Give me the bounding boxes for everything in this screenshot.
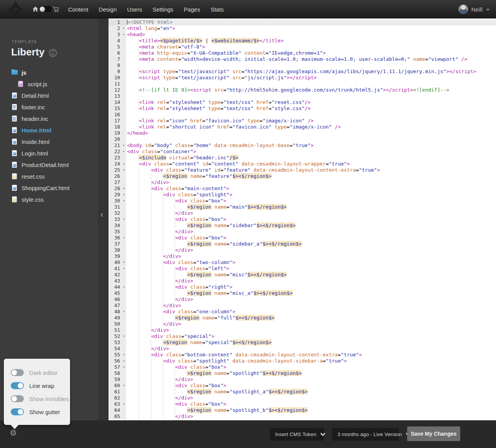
code-line[interactable]: 50 </div>: [109, 321, 496, 327]
file-item-inside-html[interactable]: Inside.html: [0, 136, 98, 147]
code-line[interactable]: 3▾<head>: [109, 32, 496, 38]
file-item-detail-html[interactable]: Detail.html: [0, 90, 98, 101]
fold-arrow-icon[interactable]: ▾: [123, 186, 125, 192]
fold-arrow-icon[interactable]: ▾: [123, 352, 125, 358]
code-line[interactable]: 4 <title><$pagetitle/$> | <$websitename/…: [109, 38, 496, 44]
show-invisibles-toggle[interactable]: [11, 395, 24, 402]
template-collapse-icon[interactable]: [49, 49, 57, 57]
code-line[interactable]: 34 <$region name="sidebar"$><$/region$>: [109, 222, 496, 229]
site-preview-toggle[interactable]: [39, 6, 52, 12]
file-item-script-js[interactable]: script.js: [0, 78, 98, 90]
code-line[interactable]: 48▾ <div class="one-column">: [109, 309, 496, 315]
nav-item-users[interactable]: Users: [127, 6, 142, 13]
code-line[interactable]: 53 <$region name="special"$><$/region$>: [109, 339, 496, 346]
brand-star-logo[interactable]: [5, 0, 26, 21]
code-line[interactable]: 7 <meta content="width=device-width; ini…: [109, 56, 496, 62]
code-line[interactable]: 24▾ <div class="content" id="content" da…: [109, 161, 496, 167]
code-line[interactable]: 29▾ <div class="spotlight">: [109, 192, 496, 198]
code-line[interactable]: 65 </div>: [109, 413, 496, 420]
code-line[interactable]: 20: [109, 136, 496, 142]
code-line[interactable]: 56▾ <div class="spotlight" data-cmsadmin…: [109, 358, 496, 364]
fold-arrow-icon[interactable]: ▾: [123, 266, 125, 272]
nav-item-stats[interactable]: Stats: [210, 6, 224, 13]
fold-arrow-icon[interactable]: ▾: [123, 32, 125, 38]
code-line[interactable]: 9 <script type="text/javascript" src="ht…: [109, 69, 496, 75]
sidebar-collapse-icon[interactable]: ‹: [100, 210, 103, 220]
code-line[interactable]: 14 <link rel="stylesheet" type="text/css…: [109, 99, 496, 105]
home-icon[interactable]: [33, 7, 38, 12]
fold-arrow-icon[interactable]: ▾: [123, 192, 125, 198]
code-line[interactable]: 1<!DOCTYPE html>: [109, 19, 496, 25]
code-line[interactable]: 51 </div>: [109, 327, 496, 333]
fold-arrow-icon[interactable]: ▾: [123, 358, 125, 364]
code-line[interactable]: 36▾ <div class="box">: [109, 235, 496, 241]
code-line[interactable]: 35 </div>: [109, 229, 496, 235]
code-line[interactable]: 31 <$region name="main"$><$/region$>: [109, 204, 496, 210]
fold-arrow-icon[interactable]: ▾: [123, 216, 125, 222]
save-changes-button[interactable]: Save My Changes: [407, 426, 460, 441]
fold-arrow-icon[interactable]: ▾: [123, 364, 125, 370]
code-line[interactable]: 25▾ <div class="feature" id="feature" da…: [109, 167, 496, 173]
fold-arrow-icon[interactable]: ▾: [123, 284, 125, 290]
code-line[interactable]: 40▾ <div class="two-column">: [109, 259, 496, 266]
version-dropdown[interactable]: 3 months ago - Live Version: [332, 428, 399, 441]
fold-arrow-icon[interactable]: ▾: [123, 161, 125, 167]
code-line[interactable]: 49 <$region name="full"$><$/region$>: [109, 315, 496, 321]
code-line[interactable]: 54 </div>: [109, 346, 496, 352]
code-line[interactable]: 22▾<div class="container">: [109, 149, 496, 155]
fold-arrow-icon[interactable]: ▾: [123, 309, 125, 315]
dark-editor-toggle[interactable]: [11, 369, 24, 376]
code-line[interactable]: 27 </div>: [109, 179, 496, 186]
code-line[interactable]: 39 </div>: [109, 253, 496, 259]
code-line[interactable]: 33▾ <div class="box">: [109, 216, 496, 222]
file-item-header-inc[interactable]: header.inc: [0, 113, 98, 124]
file-item-home-html[interactable]: Home.html: [0, 124, 98, 136]
user-menu[interactable]: Neill: [459, 0, 490, 18]
code-line[interactable]: 19</head>: [109, 130, 496, 136]
code-line[interactable]: 12 <!--[if lt IE 9]><script src="http://…: [109, 87, 496, 93]
code-line[interactable]: 10 <script type="text/javascript" src="j…: [109, 75, 496, 81]
code-line[interactable]: 5 <meta charset="utf-8">: [109, 44, 496, 50]
fold-arrow-icon[interactable]: ▾: [123, 167, 125, 173]
file-item-login-html[interactable]: Login.html: [0, 147, 98, 159]
nav-item-design[interactable]: Design: [99, 6, 117, 13]
code-line[interactable]: 46 </div>: [109, 296, 496, 303]
code-line[interactable]: 64 <$region name="spotlight_b"$><$/regio…: [109, 407, 496, 413]
code-line[interactable]: 42 <$region name="misc"$><$/region$>: [109, 272, 496, 278]
fold-arrow-icon[interactable]: ▾: [123, 25, 125, 32]
fold-arrow-icon[interactable]: ▾: [123, 333, 125, 339]
file-item-style-css[interactable]: style.css: [0, 194, 98, 205]
fold-arrow-icon[interactable]: ▾: [123, 235, 125, 241]
code-line[interactable]: 2▾<html lang="en">: [109, 25, 496, 32]
code-line[interactable]: 59 </div>: [109, 376, 496, 383]
code-line[interactable]: 21▾<body id="body" class="home" data-cms…: [109, 142, 496, 149]
code-line[interactable]: 17 <link rel="icon" href="favicon.ico" t…: [109, 118, 496, 124]
code-line[interactable]: 6 <meta http-equiv="X-UA-Compatible" con…: [109, 50, 496, 56]
file-item-js[interactable]: js: [0, 67, 98, 78]
fold-arrow-icon[interactable]: ▾: [123, 401, 125, 407]
fold-arrow-icon[interactable]: ▾: [123, 259, 125, 266]
code-line[interactable]: 60▾ <div class="box">: [109, 383, 496, 389]
line-wrap-toggle[interactable]: [11, 382, 24, 389]
code-line[interactable]: 13: [109, 93, 496, 99]
show-gutter-toggle[interactable]: [11, 408, 24, 415]
code-line[interactable]: 16: [109, 112, 496, 118]
code-line[interactable]: 11: [109, 81, 496, 87]
gear-icon[interactable]: ⚙: [10, 428, 17, 438]
code-line[interactable]: 30▾ <div class="box">: [109, 198, 496, 204]
code-line[interactable]: 45 <$region name="misc_a"$><$/region$>: [109, 290, 496, 296]
cart-icon[interactable]: [52, 6, 59, 13]
file-item-shoppingcart-html[interactable]: ShoppingCart.html: [0, 182, 98, 194]
code-line[interactable]: 55▾ <div class="bottom-content" data-cms…: [109, 352, 496, 358]
user-avatar[interactable]: [459, 5, 468, 14]
code-line[interactable]: 18 <link rel="shortcut icon" href="favic…: [109, 124, 496, 130]
file-item-productdetail-html[interactable]: ProductDetail.html: [0, 159, 98, 171]
code-line[interactable]: 41▾ <div class="left">: [109, 266, 496, 272]
code-line[interactable]: 61 <$region name="spotlight_a"$><$/regio…: [109, 389, 496, 395]
fold-arrow-icon[interactable]: ▾: [123, 149, 125, 155]
code-line[interactable]: 8: [109, 62, 496, 69]
code-line[interactable]: 37 <$region name="sidebar_a"$><$/region$…: [109, 241, 496, 247]
nav-item-content[interactable]: Content: [68, 6, 89, 13]
fold-arrow-icon[interactable]: ▾: [123, 142, 125, 149]
code-line[interactable]: 38 </div>: [109, 247, 496, 253]
